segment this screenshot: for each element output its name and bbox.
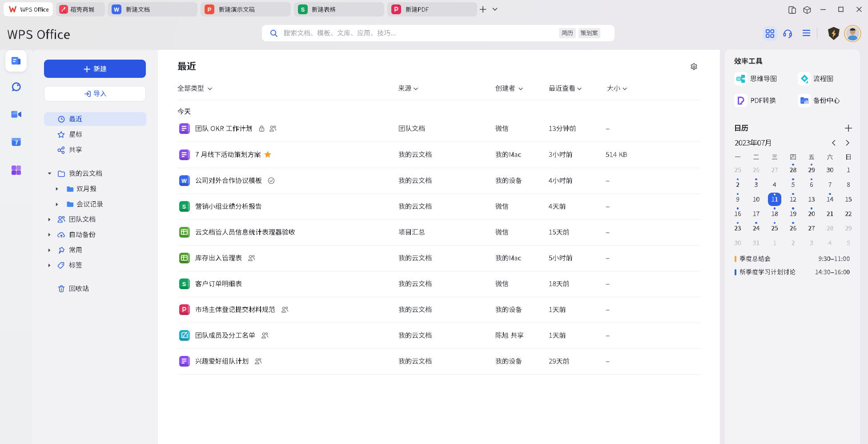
svg-text:S: S xyxy=(182,204,186,210)
svg-text:S: S xyxy=(182,281,186,287)
svg-text:7: 7 xyxy=(15,140,18,146)
svg-text:W: W xyxy=(181,178,187,184)
svg-text:S: S xyxy=(301,7,305,13)
svg-text:W: W xyxy=(114,7,119,13)
svg-text:P: P xyxy=(208,7,211,13)
